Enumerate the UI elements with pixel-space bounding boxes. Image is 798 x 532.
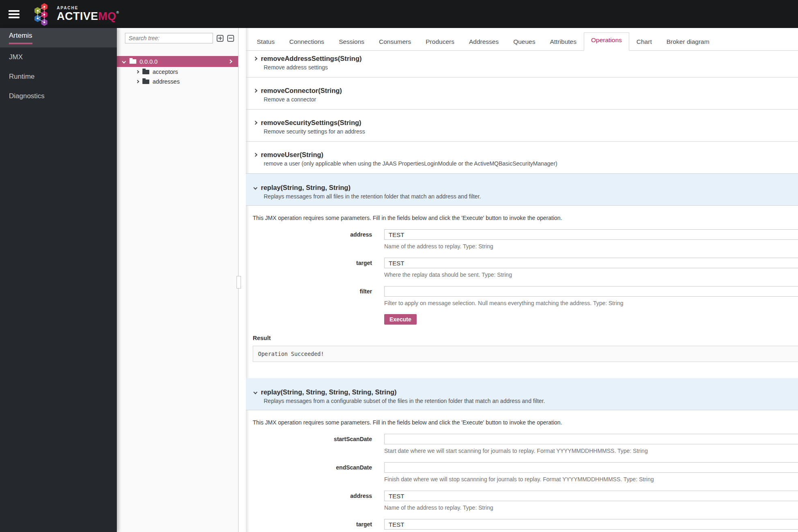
filter-field[interactable] (384, 286, 798, 297)
sidebar-item-diagnostics[interactable]: Diagnostics (0, 86, 117, 106)
tab-broker-diagram[interactable]: Broker diagram (659, 34, 717, 50)
result-label: Result (253, 335, 798, 341)
end-scan-date-field[interactable] (384, 462, 798, 473)
tab-producers[interactable]: Producers (418, 34, 462, 50)
target-label: target (253, 519, 372, 532)
start-scan-date-field[interactable] (384, 434, 798, 444)
sidebar-item-artemis[interactable]: Artemis (0, 28, 117, 47)
chevron-down-icon (254, 186, 258, 190)
hamburger-icon[interactable] (9, 9, 19, 20)
broker-tree: 0.0.0.0 acceptors addresses (117, 56, 238, 86)
operation-replay-3-header[interactable]: replay(String, String, String) Replays m… (246, 174, 798, 206)
operation-remove-address-settings[interactable]: removeAddressSettings(String) Remove add… (246, 51, 798, 78)
tree-node-acceptors[interactable]: acceptors (117, 67, 238, 77)
main-panel: Status Connections Sessions Consumers Pr… (246, 28, 798, 532)
sidebar-item-runtime[interactable]: Runtime (0, 67, 117, 86)
address-help: Name of the address to replay. Type: Str… (384, 504, 798, 511)
execute-button[interactable]: Execute (384, 314, 417, 325)
logo-activemq-text: ACTIVEMQ® (57, 11, 119, 22)
tree-node-addresses[interactable]: addresses (117, 77, 238, 86)
address-label: address (253, 491, 372, 511)
tree-node-label: acceptors (153, 69, 178, 75)
tab-consumers[interactable]: Consumers (372, 34, 418, 50)
target-help: Where the replay data should be sent. Ty… (384, 271, 798, 278)
operation-replay-5-header[interactable]: replay(String, String, String, String, S… (246, 378, 798, 410)
tree-node-broker[interactable]: 0.0.0.0 (117, 56, 238, 67)
folder-icon (142, 80, 149, 84)
chevron-right-icon (254, 121, 258, 125)
filter-label: filter (253, 286, 372, 306)
panel-splitter (239, 28, 246, 532)
address-label: address (253, 229, 372, 250)
folder-icon (129, 59, 136, 64)
tab-connections[interactable]: Connections (282, 34, 331, 50)
splitter-drag-handle[interactable] (237, 276, 241, 289)
target-label: target (253, 258, 372, 278)
tab-bar: Status Connections Sessions Consumers Pr… (246, 28, 798, 51)
top-bar: APACHE ACTIVEMQ® (0, 0, 798, 28)
activemq-hexagon-icon (31, 2, 54, 26)
operation-remove-connector[interactable]: removeConnector(String) Remove a connect… (246, 78, 798, 110)
operation-replay-5-form: This JMX operation requires some paramet… (246, 410, 798, 532)
target-field[interactable] (384, 519, 798, 530)
tab-addresses[interactable]: Addresses (462, 34, 506, 50)
chevron-right-icon (136, 70, 139, 73)
chevron-right-icon (254, 57, 258, 61)
operation-remove-security-settings[interactable]: removeSecuritySettings(String) Remove se… (246, 110, 798, 142)
sidebar-item-jmx[interactable]: JMX (0, 47, 117, 67)
expand-all-icon[interactable] (217, 35, 224, 42)
operation-remove-user[interactable]: removeUser(String) remove a user (only a… (246, 142, 798, 174)
broker-tree-panel: 0.0.0.0 acceptors addresses (117, 28, 239, 532)
tab-chart[interactable]: Chart (629, 34, 659, 50)
address-field[interactable] (384, 491, 798, 501)
start-scan-date-label: startScanDate (253, 434, 372, 454)
chevron-right-icon (254, 89, 258, 93)
target-field[interactable] (384, 258, 798, 268)
active-item-underline (9, 43, 32, 44)
address-field[interactable] (384, 229, 798, 240)
end-scan-date-help: Finish date where we will stop scannning… (384, 476, 798, 482)
chevron-down-icon (254, 390, 258, 394)
form-instructions: This JMX operation requires some paramet… (253, 215, 798, 221)
search-tree-input[interactable] (125, 33, 213, 43)
tab-attributes[interactable]: Attributes (542, 34, 583, 50)
tab-queues[interactable]: Queues (506, 34, 542, 50)
operations-list: removeAddressSettings(String) Remove add… (246, 51, 798, 532)
tree-node-label: addresses (153, 78, 180, 85)
start-scan-date-help: Start date where we will start scanning … (384, 448, 798, 454)
form-instructions: This JMX operation requires some paramet… (253, 419, 798, 426)
chevron-right-icon (136, 80, 139, 83)
end-scan-date-label: endScanDate (253, 462, 372, 482)
tab-status[interactable]: Status (250, 34, 282, 50)
folder-icon (142, 70, 149, 74)
chevron-down-icon (122, 60, 126, 64)
address-help: Name of the address to replay. Type: Str… (384, 243, 798, 250)
logo-apache-text: APACHE (57, 6, 119, 10)
chevron-right-icon (254, 153, 258, 157)
result-output: Operation Succeeded! (253, 346, 798, 362)
tab-operations[interactable]: Operations (584, 32, 629, 51)
side-nav: Artemis JMX Runtime Diagnostics (0, 28, 117, 532)
tree-node-label: 0.0.0.0 (140, 58, 157, 65)
chevron-right-icon (228, 60, 232, 64)
activemq-logo: APACHE ACTIVEMQ® (31, 2, 119, 26)
filter-help: Filter to apply on message selection. Nu… (384, 300, 798, 306)
collapse-all-icon[interactable] (227, 35, 234, 42)
tab-sessions[interactable]: Sessions (331, 34, 372, 50)
operation-replay-3-form: This JMX operation requires some paramet… (246, 206, 798, 378)
